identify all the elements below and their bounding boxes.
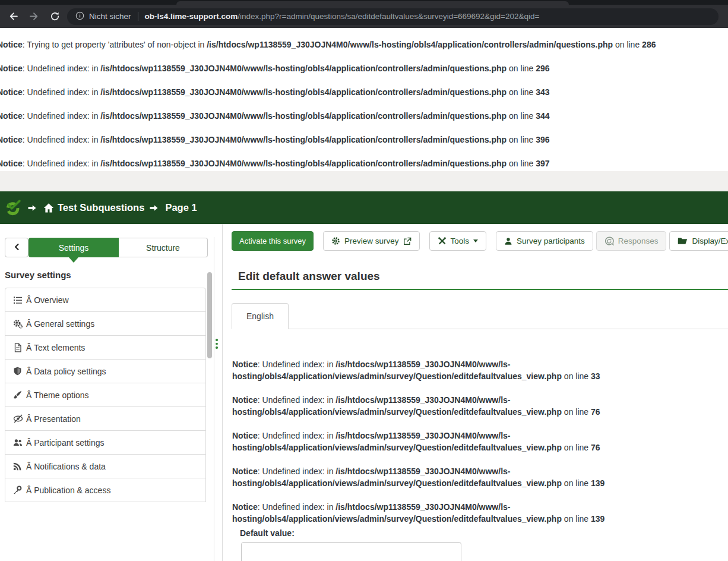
folder-open-icon bbox=[678, 236, 688, 246]
php-notice: Notice: Undefined index: in /is/htdocs/w… bbox=[232, 394, 636, 418]
tools-button[interactable]: Tools bbox=[429, 231, 487, 251]
info-icon[interactable] bbox=[75, 11, 84, 22]
survey-participants-label: Survey participants bbox=[517, 237, 585, 245]
sidebar-item-label: Â Data policy settings bbox=[26, 367, 106, 376]
sidebar-heading: Survey settings bbox=[5, 270, 223, 280]
php-notice: Notice: Undefined index: in /is/htdocs/w… bbox=[0, 158, 728, 169]
shield-icon bbox=[13, 367, 25, 376]
sidebar-item-label: Â Theme options bbox=[26, 390, 89, 400]
php-notice: Notice: Undefined index: in /is/htdocs/w… bbox=[0, 87, 728, 97]
sidebar-item-presentation[interactable]: Â Presentation bbox=[5, 406, 206, 431]
responses-button[interactable]: Responses bbox=[596, 231, 667, 251]
browser-toolbar: Nicht sicher ob-ls4.lime-support.com/ind… bbox=[0, 5, 728, 28]
forward-arrow-icon[interactable] bbox=[26, 9, 42, 24]
sidebar-item-label: Â Overview bbox=[26, 295, 69, 305]
sidebar-item-label: Â Participant settings bbox=[26, 438, 105, 447]
tab-english[interactable]: English bbox=[232, 303, 289, 329]
eye-slash-icon bbox=[13, 414, 25, 424]
breadcrumb-survey-title[interactable]: Test Subquestions bbox=[58, 202, 144, 213]
rss-icon bbox=[13, 462, 25, 471]
paintbrush-icon bbox=[13, 390, 25, 399]
display-export-label: Display/Export & bbox=[692, 237, 728, 245]
php-notice: Notice: Undefined index: in /is/htdocs/w… bbox=[232, 501, 636, 525]
sidebar-collapse-button[interactable] bbox=[5, 238, 29, 257]
back-arrow-icon[interactable] bbox=[5, 9, 21, 24]
users-icon bbox=[13, 438, 25, 447]
preview-survey-button[interactable]: Preview survey bbox=[323, 231, 420, 251]
survey-toolbar: Activate this survey Preview survey Tool… bbox=[232, 231, 728, 251]
sidebar-item-notifications-data[interactable]: Â Notifications & data bbox=[5, 454, 206, 478]
default-value-label: Default value: bbox=[240, 528, 728, 538]
activate-survey-button[interactable]: Activate this survey bbox=[232, 231, 314, 251]
chevron-left-icon bbox=[13, 243, 21, 253]
responses-label: Responses bbox=[618, 237, 659, 245]
page-title-block: Edit default answer values bbox=[232, 270, 728, 290]
sidebar-item-label: Â Text elements bbox=[26, 343, 85, 352]
activate-survey-label: Activate this survey bbox=[239, 237, 306, 245]
php-notice: Notice: Undefined index: in /is/htdocs/w… bbox=[232, 358, 636, 382]
sidebar-item-label: Â Presentation bbox=[26, 414, 81, 424]
language-tab-bar: English bbox=[232, 303, 728, 329]
sidebar-item-label: Â Notifications & data bbox=[26, 462, 106, 471]
survey-participants-button[interactable]: Survey participants bbox=[496, 231, 593, 251]
php-notice: Notice: Undefined index: in /is/htdocs/w… bbox=[232, 430, 636, 453]
page-title: Edit default answer values bbox=[232, 270, 728, 283]
cogs-icon bbox=[13, 319, 25, 329]
tab-english-label: English bbox=[246, 311, 274, 321]
php-notice: Notice: Undefined index: in /is/htdocs/w… bbox=[0, 63, 728, 74]
survey-sidebar: Settings Structure Survey settings Â Ove… bbox=[0, 224, 223, 561]
php-view-notices: Notice: Undefined index: in /is/htdocs/w… bbox=[232, 358, 636, 525]
page-top-spacer bbox=[0, 171, 728, 191]
external-link-icon bbox=[403, 237, 412, 245]
breadcrumb-page[interactable]: Page 1 bbox=[165, 202, 197, 213]
main-content: Activate this survey Preview survey Tool… bbox=[223, 224, 728, 561]
sidebar-item-label: Â General settings bbox=[26, 319, 94, 329]
display-export-button[interactable]: Display/Export & bbox=[669, 231, 728, 251]
php-notice: Notice: Undefined index: in /is/htdocs/w… bbox=[0, 111, 728, 121]
survey-settings-menu: Â Overview Â General settings Â Text ele… bbox=[5, 288, 206, 502]
preview-survey-label: Preview survey bbox=[344, 237, 399, 245]
php-notice: Notice: Undefined index: in /is/htdocs/w… bbox=[232, 465, 636, 489]
reload-icon[interactable] bbox=[47, 9, 62, 24]
sidebar-item-data-policy-settings[interactable]: Â Data policy settings bbox=[5, 359, 206, 383]
sidebar-item-publication-access[interactable]: Â Publication & access bbox=[5, 478, 206, 502]
omnibox-divider bbox=[138, 12, 138, 21]
url-path: /index.php?r=admin/questions/sa/editdefa… bbox=[238, 12, 539, 21]
list-icon bbox=[13, 295, 25, 305]
gear-icon bbox=[331, 237, 340, 245]
browser-chrome: Nicht sicher ob-ls4.lime-support.com/ind… bbox=[0, 0, 728, 28]
user-icon bbox=[504, 237, 512, 245]
tab-settings-label: Settings bbox=[59, 243, 89, 253]
address-bar[interactable]: Nicht sicher ob-ls4.lime-support.com/ind… bbox=[67, 8, 718, 25]
arrow-right-icon bbox=[149, 203, 159, 213]
active-tab-caret bbox=[69, 257, 78, 263]
tab-structure-label: Structure bbox=[146, 243, 180, 253]
responses-refresh-icon bbox=[604, 237, 614, 246]
sidebar-item-theme-options[interactable]: Â Theme options bbox=[5, 383, 206, 407]
caret-down-icon bbox=[473, 239, 478, 242]
tab-settings[interactable]: Settings bbox=[29, 238, 119, 257]
php-error-notices: Notice: Trying to get property 'attribut… bbox=[0, 28, 728, 171]
default-value-input[interactable] bbox=[241, 542, 461, 561]
admin-header-bar: Test Subquestions Page 1 bbox=[0, 191, 728, 224]
screen: Nicht sicher ob-ls4.lime-support.com/ind… bbox=[0, 0, 728, 561]
limesurvey-logo[interactable] bbox=[5, 200, 21, 216]
home-icon[interactable] bbox=[43, 203, 54, 213]
security-label: Nicht sicher bbox=[89, 12, 131, 21]
url-domain: ob-ls4.lime-support.com bbox=[145, 12, 238, 21]
tools-label: Tools bbox=[451, 237, 470, 245]
arrow-right-icon bbox=[27, 203, 37, 213]
file-text-icon bbox=[13, 343, 25, 352]
tab-structure[interactable]: Structure bbox=[119, 238, 208, 257]
sidebar-item-overview[interactable]: Â Overview bbox=[5, 288, 206, 312]
sidebar-item-label: Â Publication & access bbox=[26, 486, 110, 495]
sidebar-scrollbar-thumb[interactable] bbox=[207, 272, 212, 358]
sidebar-resize-handle[interactable] bbox=[216, 339, 218, 349]
sidebar-item-participant-settings[interactable]: Â Participant settings bbox=[5, 430, 206, 455]
sidebar-panel-border bbox=[214, 237, 214, 561]
php-notice: Notice: Trying to get property 'attribut… bbox=[0, 39, 728, 50]
php-notice: Notice: Undefined index: in /is/htdocs/w… bbox=[0, 134, 728, 145]
sidebar-item-text-elements[interactable]: Â Text elements bbox=[5, 335, 206, 360]
tools-icon bbox=[438, 237, 447, 245]
sidebar-item-general-settings[interactable]: Â General settings bbox=[5, 311, 206, 336]
